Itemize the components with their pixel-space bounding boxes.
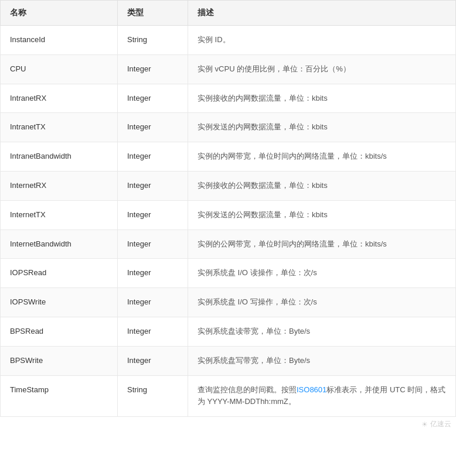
cell-type: String bbox=[118, 26, 188, 55]
table-row: IntranetRXInteger实例接收的内网数据流量，单位：kbits bbox=[1, 84, 456, 113]
desc-prefix: 查询监控信息的时间戳。按照 bbox=[198, 385, 297, 394]
cell-name: IntranetBandwidth bbox=[1, 142, 118, 172]
table-row: BPSReadInteger实例系统盘读带宽，单位：Byte/s bbox=[1, 317, 456, 346]
cell-desc: 查询监控信息的时间戳。按照ISO8601标准表示，并使用 UTC 时间，格式为 … bbox=[188, 375, 456, 417]
watermark-text: 亿速云 bbox=[430, 419, 451, 429]
table-row: IOPSWriteInteger实例系统盘 I/O 写操作，单位：次/s bbox=[1, 288, 456, 317]
table-row: IOPSReadInteger实例系统盘 I/O 读操作，单位：次/s bbox=[1, 259, 456, 288]
cell-desc: 实例系统盘写带宽，单位：Byte/s bbox=[188, 346, 456, 375]
cell-desc: 实例系统盘读带宽，单位：Byte/s bbox=[188, 317, 456, 346]
watermark-logo: ☀ 亿速云 bbox=[421, 419, 451, 429]
table-container: 名称 类型 描述 InstanceIdString实例 ID。CPUIntege… bbox=[0, 0, 456, 432]
cell-type: Integer bbox=[118, 317, 188, 346]
table-row: IntranetBandwidthInteger实例的内网带宽，单位时间内的网络… bbox=[1, 142, 456, 172]
cell-desc: 实例发送的内网数据流量，单位：kbits bbox=[188, 113, 456, 142]
cell-type: Integer bbox=[118, 113, 188, 142]
cell-name: BPSWrite bbox=[1, 346, 118, 375]
cell-desc: 实例 vCPU 的使用比例，单位：百分比（%） bbox=[188, 54, 456, 84]
cell-desc: 实例发送的公网数据流量，单位：kbits bbox=[188, 200, 456, 230]
data-table: 名称 类型 描述 InstanceIdString实例 ID。CPUIntege… bbox=[0, 0, 456, 417]
cell-type: Integer bbox=[118, 84, 188, 113]
table-header-row: 名称 类型 描述 bbox=[1, 1, 456, 26]
cell-type: Integer bbox=[118, 259, 188, 288]
cell-name: CPU bbox=[1, 54, 118, 84]
cell-type: Integer bbox=[118, 346, 188, 375]
table-row: InstanceIdString实例 ID。 bbox=[1, 26, 456, 55]
table-row: InternetRXInteger实例接收的公网数据流量，单位：kbits bbox=[1, 171, 456, 200]
table-row: IntranetTXInteger实例发送的内网数据流量，单位：kbits bbox=[1, 113, 456, 142]
cell-name: InternetRX bbox=[1, 171, 118, 200]
cell-name: IOPSRead bbox=[1, 259, 118, 288]
cell-name: InstanceId bbox=[1, 26, 118, 55]
cell-name: IOPSWrite bbox=[1, 288, 118, 317]
cell-type: Integer bbox=[118, 171, 188, 200]
cell-desc: 实例系统盘 I/O 写操作，单位：次/s bbox=[188, 288, 456, 317]
table-row: InternetTXInteger实例发送的公网数据流量，单位：kbits bbox=[1, 200, 456, 230]
cell-desc: 实例 ID。 bbox=[188, 26, 456, 55]
table-row: CPUInteger实例 vCPU 的使用比例，单位：百分比（%） bbox=[1, 54, 456, 84]
col-header-name: 名称 bbox=[1, 1, 118, 26]
cell-desc: 实例接收的公网数据流量，单位：kbits bbox=[188, 171, 456, 200]
cell-desc: 实例的内网带宽，单位时间内的网络流量，单位：kbits/s bbox=[188, 142, 456, 172]
cell-type: Integer bbox=[118, 200, 188, 230]
cell-name: IntranetRX bbox=[1, 84, 118, 113]
cell-name: IntranetTX bbox=[1, 113, 118, 142]
cell-desc: 实例的公网带宽，单位时间内的网络流量，单位：kbits/s bbox=[188, 230, 456, 259]
cell-type: Integer bbox=[118, 142, 188, 172]
table-row: BPSWriteInteger实例系统盘写带宽，单位：Byte/s bbox=[1, 346, 456, 375]
cell-desc: 实例系统盘 I/O 读操作，单位：次/s bbox=[188, 259, 456, 288]
table-row: InternetBandwidthInteger实例的公网带宽，单位时间内的网络… bbox=[1, 230, 456, 259]
cell-name: InternetTX bbox=[1, 200, 118, 230]
watermark-area: ☀ 亿速云 bbox=[0, 417, 456, 432]
cell-type: Integer bbox=[118, 230, 188, 259]
col-header-type: 类型 bbox=[118, 1, 188, 26]
cell-type: String bbox=[118, 375, 188, 417]
cell-name: BPSRead bbox=[1, 317, 118, 346]
table-row: TimeStampString查询监控信息的时间戳。按照ISO8601标准表示，… bbox=[1, 375, 456, 417]
cell-type: Integer bbox=[118, 288, 188, 317]
iso8601-link[interactable]: ISO8601 bbox=[297, 385, 326, 394]
col-header-desc: 描述 bbox=[188, 1, 456, 26]
cell-type: Integer bbox=[118, 54, 188, 84]
cell-name: InternetBandwidth bbox=[1, 230, 118, 259]
cell-name: TimeStamp bbox=[1, 375, 118, 417]
cell-desc: 实例接收的内网数据流量，单位：kbits bbox=[188, 84, 456, 113]
